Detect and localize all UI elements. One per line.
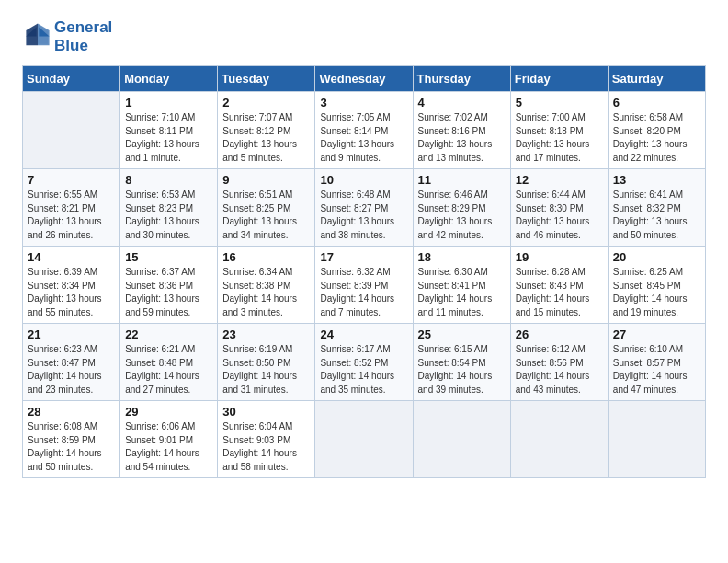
day-info: Sunrise: 6:21 AMSunset: 8:48 PMDaylight:… bbox=[125, 343, 212, 396]
day-info: Sunrise: 6:44 AMSunset: 8:30 PMDaylight:… bbox=[516, 189, 603, 242]
day-cell: 3Sunrise: 7:05 AMSunset: 8:14 PMDaylight… bbox=[315, 92, 413, 169]
day-number: 21 bbox=[28, 327, 115, 341]
calendar-body: 1Sunrise: 7:10 AMSunset: 8:11 PMDaylight… bbox=[23, 92, 706, 478]
logo-line2: Blue bbox=[54, 37, 112, 55]
calendar-table: SundayMondayTuesdayWednesdayThursdayFrid… bbox=[22, 65, 706, 478]
header-row: SundayMondayTuesdayWednesdayThursdayFrid… bbox=[23, 66, 706, 92]
day-cell: 6Sunrise: 6:58 AMSunset: 8:20 PMDaylight… bbox=[608, 92, 705, 169]
header-cell-sunday: Sunday bbox=[23, 66, 120, 92]
day-number: 7 bbox=[28, 173, 115, 187]
day-info: Sunrise: 6:58 AMSunset: 8:20 PMDaylight:… bbox=[613, 111, 700, 165]
day-number: 20 bbox=[613, 250, 700, 264]
day-cell: 8Sunrise: 6:53 AMSunset: 8:23 PMDaylight… bbox=[120, 169, 218, 247]
day-number: 8 bbox=[125, 173, 212, 187]
day-cell: 9Sunrise: 6:51 AMSunset: 8:25 PMDaylight… bbox=[218, 169, 315, 247]
day-number: 4 bbox=[418, 96, 506, 109]
day-info: Sunrise: 6:48 AMSunset: 8:27 PMDaylight:… bbox=[320, 189, 407, 242]
week-row-2: 7Sunrise: 6:55 AMSunset: 8:21 PMDaylight… bbox=[23, 169, 706, 247]
day-number: 9 bbox=[222, 173, 310, 187]
day-info: Sunrise: 6:46 AMSunset: 8:29 PMDaylight:… bbox=[418, 189, 506, 242]
day-info: Sunrise: 6:39 AMSunset: 8:34 PMDaylight:… bbox=[28, 266, 115, 319]
logo-line1: General bbox=[54, 18, 112, 37]
day-cell: 26Sunrise: 6:12 AMSunset: 8:56 PMDayligh… bbox=[510, 324, 608, 401]
day-number: 6 bbox=[613, 96, 700, 109]
day-info: Sunrise: 6:06 AMSunset: 9:01 PMDaylight:… bbox=[125, 420, 212, 474]
header-cell-friday: Friday bbox=[510, 66, 608, 92]
week-row-3: 14Sunrise: 6:39 AMSunset: 8:34 PMDayligh… bbox=[23, 247, 706, 324]
day-info: Sunrise: 6:41 AMSunset: 8:32 PMDaylight:… bbox=[613, 189, 700, 242]
week-row-4: 21Sunrise: 6:23 AMSunset: 8:47 PMDayligh… bbox=[23, 324, 706, 401]
day-cell: 1Sunrise: 7:10 AMSunset: 8:11 PMDaylight… bbox=[120, 92, 218, 169]
day-info: Sunrise: 6:32 AMSunset: 8:39 PMDaylight:… bbox=[320, 266, 407, 319]
day-cell: 4Sunrise: 7:02 AMSunset: 8:16 PMDaylight… bbox=[413, 92, 510, 169]
day-cell: 17Sunrise: 6:32 AMSunset: 8:39 PMDayligh… bbox=[315, 247, 413, 324]
day-number: 3 bbox=[320, 96, 407, 109]
day-cell bbox=[510, 401, 608, 478]
header-cell-monday: Monday bbox=[120, 66, 218, 92]
day-cell: 29Sunrise: 6:06 AMSunset: 9:01 PMDayligh… bbox=[120, 401, 218, 478]
week-row-1: 1Sunrise: 7:10 AMSunset: 8:11 PMDaylight… bbox=[23, 92, 706, 169]
day-number: 23 bbox=[222, 327, 310, 341]
day-number: 5 bbox=[516, 96, 603, 109]
day-cell: 20Sunrise: 6:25 AMSunset: 8:45 PMDayligh… bbox=[608, 247, 705, 324]
calendar-header: SundayMondayTuesdayWednesdayThursdayFrid… bbox=[23, 66, 706, 92]
day-info: Sunrise: 7:10 AMSunset: 8:11 PMDaylight:… bbox=[125, 111, 212, 165]
day-cell: 12Sunrise: 6:44 AMSunset: 8:30 PMDayligh… bbox=[510, 169, 608, 247]
day-cell: 22Sunrise: 6:21 AMSunset: 8:48 PMDayligh… bbox=[120, 324, 218, 401]
day-cell bbox=[413, 401, 510, 478]
day-info: Sunrise: 6:17 AMSunset: 8:52 PMDaylight:… bbox=[320, 343, 407, 396]
day-number: 24 bbox=[320, 327, 407, 341]
day-info: Sunrise: 7:07 AMSunset: 8:12 PMDaylight:… bbox=[222, 111, 310, 165]
day-info: Sunrise: 6:10 AMSunset: 8:57 PMDaylight:… bbox=[613, 343, 700, 396]
header-cell-wednesday: Wednesday bbox=[315, 66, 413, 92]
day-number: 18 bbox=[418, 250, 506, 264]
day-cell: 23Sunrise: 6:19 AMSunset: 8:50 PMDayligh… bbox=[218, 324, 315, 401]
day-cell: 30Sunrise: 6:04 AMSunset: 9:03 PMDayligh… bbox=[218, 401, 315, 478]
day-info: Sunrise: 6:37 AMSunset: 8:36 PMDaylight:… bbox=[125, 266, 212, 319]
day-cell: 19Sunrise: 6:28 AMSunset: 8:43 PMDayligh… bbox=[510, 247, 608, 324]
day-info: Sunrise: 6:34 AMSunset: 8:38 PMDaylight:… bbox=[222, 266, 310, 319]
day-cell bbox=[315, 401, 413, 478]
day-number: 15 bbox=[125, 250, 212, 264]
day-cell: 18Sunrise: 6:30 AMSunset: 8:41 PMDayligh… bbox=[413, 247, 510, 324]
day-info: Sunrise: 7:05 AMSunset: 8:14 PMDaylight:… bbox=[320, 111, 407, 165]
day-cell: 10Sunrise: 6:48 AMSunset: 8:27 PMDayligh… bbox=[315, 169, 413, 247]
day-cell: 28Sunrise: 6:08 AMSunset: 8:59 PMDayligh… bbox=[23, 401, 120, 478]
day-number: 19 bbox=[516, 250, 603, 264]
day-info: Sunrise: 6:19 AMSunset: 8:50 PMDaylight:… bbox=[222, 343, 310, 396]
logo-icon bbox=[25, 22, 51, 48]
day-info: Sunrise: 6:53 AMSunset: 8:23 PMDaylight:… bbox=[125, 189, 212, 242]
day-info: Sunrise: 6:12 AMSunset: 8:56 PMDaylight:… bbox=[516, 343, 603, 396]
day-number: 13 bbox=[613, 173, 700, 187]
week-row-5: 28Sunrise: 6:08 AMSunset: 8:59 PMDayligh… bbox=[23, 401, 706, 478]
day-info: Sunrise: 6:25 AMSunset: 8:45 PMDaylight:… bbox=[613, 266, 700, 319]
day-number: 30 bbox=[222, 405, 310, 419]
day-cell bbox=[23, 92, 120, 169]
day-number: 25 bbox=[418, 327, 506, 341]
header: General Blue bbox=[22, 18, 706, 54]
day-number: 14 bbox=[28, 250, 115, 264]
day-cell: 27Sunrise: 6:10 AMSunset: 8:57 PMDayligh… bbox=[608, 324, 705, 401]
day-info: Sunrise: 6:55 AMSunset: 8:21 PMDaylight:… bbox=[28, 189, 115, 242]
day-cell: 15Sunrise: 6:37 AMSunset: 8:36 PMDayligh… bbox=[120, 247, 218, 324]
header-cell-tuesday: Tuesday bbox=[218, 66, 315, 92]
day-info: Sunrise: 6:30 AMSunset: 8:41 PMDaylight:… bbox=[418, 266, 506, 319]
logo: General Blue bbox=[22, 18, 112, 54]
day-number: 12 bbox=[516, 173, 603, 187]
header-cell-saturday: Saturday bbox=[608, 66, 705, 92]
header-cell-thursday: Thursday bbox=[413, 66, 510, 92]
day-number: 11 bbox=[418, 173, 506, 187]
day-number: 22 bbox=[125, 327, 212, 341]
day-number: 10 bbox=[320, 173, 407, 187]
day-cell: 25Sunrise: 6:15 AMSunset: 8:54 PMDayligh… bbox=[413, 324, 510, 401]
day-number: 28 bbox=[28, 405, 115, 419]
day-info: Sunrise: 6:51 AMSunset: 8:25 PMDaylight:… bbox=[222, 189, 310, 242]
day-cell: 5Sunrise: 7:00 AMSunset: 8:18 PMDaylight… bbox=[510, 92, 608, 169]
day-number: 26 bbox=[516, 327, 603, 341]
day-info: Sunrise: 6:15 AMSunset: 8:54 PMDaylight:… bbox=[418, 343, 506, 396]
day-cell: 16Sunrise: 6:34 AMSunset: 8:38 PMDayligh… bbox=[218, 247, 315, 324]
day-cell: 11Sunrise: 6:46 AMSunset: 8:29 PMDayligh… bbox=[413, 169, 510, 247]
day-info: Sunrise: 6:23 AMSunset: 8:47 PMDaylight:… bbox=[28, 343, 115, 396]
day-cell: 2Sunrise: 7:07 AMSunset: 8:12 PMDaylight… bbox=[218, 92, 315, 169]
day-info: Sunrise: 6:08 AMSunset: 8:59 PMDaylight:… bbox=[28, 420, 115, 474]
